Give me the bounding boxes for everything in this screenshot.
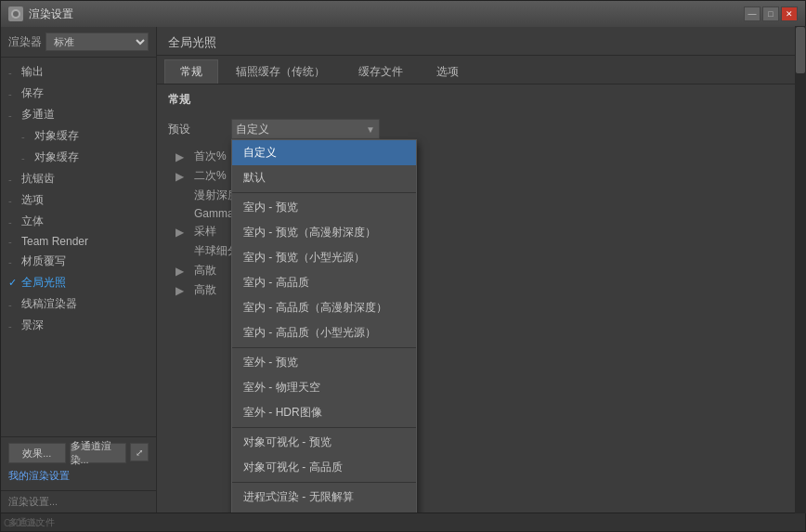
multichannel-button[interactable]: 多通道渲染... <box>70 443 127 463</box>
scrollbar-thumb <box>796 27 805 73</box>
tr-label: Team Render <box>21 235 88 248</box>
sidebar-item-multichannel[interactable]: - 多通道 <box>1 104 156 125</box>
tab-cache-file[interactable]: 缓存文件 <box>343 59 419 84</box>
preset-option-11[interactable]: 对象可视化 - 预览 <box>232 430 416 455</box>
check-stereo: - <box>8 216 21 227</box>
tab-irradiance-cache[interactable]: 辐照缓存（传统） <box>220 59 341 84</box>
mo-label: 材质覆写 <box>21 253 66 269</box>
sidebar-item-caustics[interactable]: - 线稿渲染器 <box>1 293 156 315</box>
depth-label: 景深 <box>21 318 44 333</box>
sidebar-item-save[interactable]: - 保存 <box>1 83 156 104</box>
my-settings-link[interactable]: 我的渲染设置 <box>8 467 149 485</box>
preset-option-2[interactable]: 室内 - 预览 <box>232 195 416 220</box>
expand-1[interactable]: ▶ <box>176 150 187 163</box>
preset-option-1[interactable]: 默认 <box>232 165 416 190</box>
expand-8[interactable]: ▶ <box>176 284 187 297</box>
sidebar-footer: 渲染设置... <box>1 490 156 513</box>
caus-label: 线稿渲染器 <box>21 296 77 312</box>
separator-2 <box>232 347 416 348</box>
preset-option-8[interactable]: 室外 - 预览 <box>232 350 416 375</box>
preset-option-5[interactable]: 室内 - 高品质 <box>232 270 416 295</box>
preset-option-9[interactable]: 室外 - 物理天空 <box>232 375 416 400</box>
stereo-label: 立体 <box>21 214 44 229</box>
sidebar-item-depth[interactable]: - 景深 <box>1 315 156 336</box>
tabs-row: 常规 辐照缓存（传统） 缓存文件 选项 <box>157 56 805 84</box>
field-label-5: 采样 <box>194 224 216 240</box>
sidebar-item-obj-cache2[interactable]: - 对象缓存 <box>1 147 156 168</box>
panel-title: 全局光照 <box>157 27 805 56</box>
opt6-label: 室内 - 高品质（高漫射深度） <box>243 301 387 314</box>
check-gi: ✓ <box>8 277 21 289</box>
watermark: C4D.CN <box>4 518 38 528</box>
check-caus: - <box>8 299 21 310</box>
window-controls: — □ ✕ <box>744 6 798 21</box>
sidebar-item-stereo[interactable]: - 立体 <box>1 211 156 232</box>
check-tr: - <box>8 236 21 247</box>
sidebar-item-material-override[interactable]: - 材质覆写 <box>1 251 156 272</box>
sidebar-item-options[interactable]: - 选项 <box>1 189 156 211</box>
opt3-label: 室内 - 预览（高漫射深度） <box>243 226 376 239</box>
gi-label: 全局光照 <box>21 275 66 291</box>
check-oc1: - <box>21 131 34 142</box>
opt7-label: 室内 - 高品质（小型光源） <box>243 326 376 339</box>
sidebar-item-team-render[interactable]: - Team Render <box>1 232 156 251</box>
mc-label: 多通道 <box>21 107 55 123</box>
renderer-select[interactable]: 标准 <box>46 32 149 51</box>
opt2-label: 室内 - 预览 <box>243 201 298 214</box>
preset-option-14[interactable]: 进程式渲染 - 快速完成漫射 <box>232 510 416 513</box>
field-label-7: 高散 <box>194 263 216 279</box>
preset-option-0[interactable]: 自定义 <box>232 140 416 165</box>
tab-options[interactable]: 选项 <box>421 59 474 84</box>
opt12-label: 对象可视化 - 高品质 <box>243 461 343 474</box>
effects-button[interactable]: 效果... <box>8 443 66 463</box>
sidebar-item-obj-cache1[interactable]: - 对象缓存 <box>1 125 156 147</box>
maximize-button[interactable]: □ <box>762 6 779 21</box>
check-opt: - <box>8 195 21 206</box>
minimize-button[interactable]: — <box>744 6 760 21</box>
sidebar-bottom: 效果... 多通道渲染... ⤢ 我的渲染设置 <box>1 436 156 490</box>
opt10-label: 室外 - HDR图像 <box>243 406 322 419</box>
preset-option-7[interactable]: 室内 - 高品质（小型光源） <box>232 320 416 345</box>
preset-label: 预设 <box>168 122 224 137</box>
sidebar-item-output[interactable]: - 输出 <box>1 61 156 83</box>
preset-option-3[interactable]: 室内 - 预览（高漫射深度） <box>232 220 416 245</box>
options-label: 选项 <box>21 192 44 208</box>
expand-2[interactable]: ▶ <box>176 170 187 183</box>
sidebar-item-global-illumination[interactable]: ✓ 全局光照 <box>1 272 156 293</box>
bottom-bar: 多通道文件 <box>1 513 805 531</box>
preset-option-12[interactable]: 对象可视化 - 高品质 <box>232 455 416 480</box>
check-mc: - <box>8 110 21 121</box>
preset-option-13[interactable]: 进程式渲染 - 无限解算 <box>232 485 416 510</box>
check-save: - <box>8 88 21 99</box>
tab-general-label: 常规 <box>180 65 202 78</box>
check-aa: - <box>8 174 21 185</box>
preset-option-6[interactable]: 室内 - 高品质（高漫射深度） <box>232 295 416 320</box>
opt5-label: 室内 - 高品质 <box>243 276 309 289</box>
check-depth: - <box>8 320 21 331</box>
field-label-2: 二次% <box>194 168 227 184</box>
field-label-4: Gamma <box>194 207 234 220</box>
field-label-8: 高散 <box>194 282 216 298</box>
main-content: 渲染器 标准 - 输出 - 保存 - 多通道 <box>1 27 805 513</box>
opt13-label: 进程式渲染 - 无限解算 <box>243 490 354 503</box>
expand-button[interactable]: ⤢ <box>130 443 149 461</box>
expand-5[interactable]: ▶ <box>176 226 187 239</box>
dropdown-arrow-icon: ▼ <box>366 124 375 135</box>
tab-options-label: 选项 <box>436 65 459 78</box>
preset-dropdown[interactable]: 自定义 ▼ <box>231 119 380 139</box>
preset-option-4[interactable]: 室内 - 预览（小型光源） <box>232 245 416 270</box>
check-oc2: - <box>21 152 34 163</box>
oc2-label: 对象缓存 <box>34 149 79 165</box>
sidebar-renderer-row: 渲染器 标准 <box>1 27 156 58</box>
preset-option-10[interactable]: 室外 - HDR图像 <box>232 400 416 425</box>
expand-7[interactable]: ▶ <box>176 265 187 278</box>
preset-value: 自定义 <box>236 122 269 137</box>
sidebar-btn-row: 效果... 多通道渲染... ⤢ <box>8 443 149 463</box>
close-button[interactable]: ✕ <box>781 6 798 21</box>
sidebar-item-antialiasing[interactable]: - 抗锯齿 <box>1 168 156 189</box>
right-scrollbar[interactable] <box>795 27 805 513</box>
tab-general[interactable]: 常规 <box>164 59 218 84</box>
save-label: 保存 <box>21 85 44 101</box>
preset-dropdown-container: 自定义 ▼ 自定义 默认 室内 - 预览 <box>231 119 380 139</box>
oc1-label: 对象缓存 <box>34 128 79 144</box>
